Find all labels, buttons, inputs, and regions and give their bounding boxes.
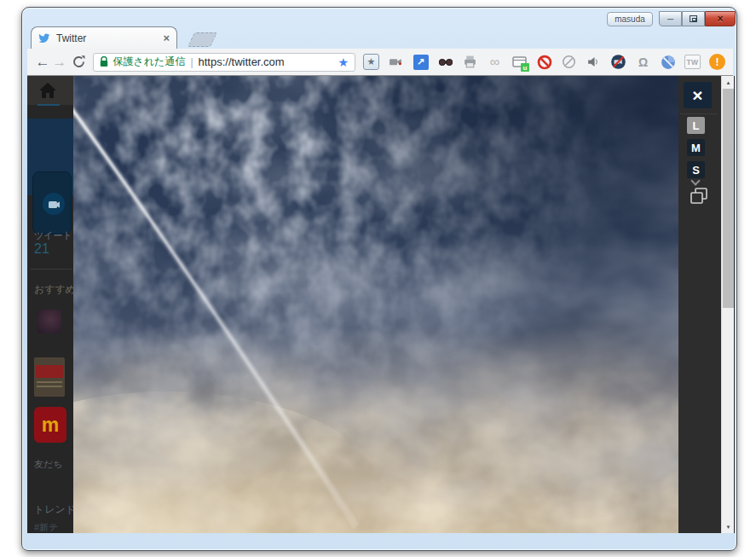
close-window-button[interactable]: × xyxy=(705,11,736,26)
camera-icon xyxy=(49,200,60,208)
lightbox-close-button[interactable]: × xyxy=(684,82,712,108)
avatar-camera-circle xyxy=(43,193,65,215)
extension-row: ★ ↗ ∞ u xyxy=(362,53,726,71)
maximize-button[interactable] xyxy=(682,11,705,26)
ext-session-infinity-icon[interactable]: ∞ xyxy=(486,53,504,71)
nav-active-underline xyxy=(38,104,60,106)
url-text[interactable]: https://twitter.com xyxy=(199,55,285,68)
duplicate-window-icon[interactable] xyxy=(689,187,709,209)
ext-tw-icon[interactable]: TW xyxy=(684,53,701,71)
restore-icon xyxy=(690,15,697,22)
avatar-logo-band xyxy=(36,365,63,378)
ext-share-icon[interactable]: ↗ xyxy=(412,53,430,71)
reload-icon[interactable] xyxy=(72,55,86,69)
trends-label: トレンド xyxy=(34,502,73,517)
tab-twitter[interactable]: Twitter × xyxy=(31,26,177,49)
recommended-label: おすすめ xyxy=(34,282,73,297)
desktop: masuda ─ × Twitter × ← → xyxy=(0,0,756,557)
menu-alert-icon: ! xyxy=(709,54,725,70)
mcdonalds-m-logo: m xyxy=(42,415,59,435)
chrome-menu-button[interactable]: ! xyxy=(708,53,726,71)
speaker-icon[interactable] xyxy=(585,53,603,71)
ext-badge: u xyxy=(521,63,529,72)
ext-webcam-block-icon[interactable] xyxy=(609,53,627,71)
bookmark-star-icon[interactable]: ★ xyxy=(338,55,349,69)
ext-bookmark-star-icon[interactable]: ★ xyxy=(362,53,380,71)
lightbox-photo[interactable] xyxy=(73,76,678,533)
lightbox-sidebar: × L M S xyxy=(678,76,721,533)
address-bar[interactable]: 保護された通信 | https://twitter.com ★ xyxy=(93,53,355,72)
profile-avatar-card[interactable] xyxy=(32,171,72,235)
ext-tab-capture-icon[interactable]: u xyxy=(511,53,528,71)
scroll-down-button[interactable]: ▼ xyxy=(722,520,735,533)
minimize-button[interactable]: ─ xyxy=(659,11,682,26)
trend-hashtag[interactable]: #新テ xyxy=(34,521,58,533)
page-scrollbar[interactable]: ▲ ▼ xyxy=(721,76,734,533)
tweets-label: ツイート xyxy=(34,229,72,242)
avatar-text-line xyxy=(37,386,62,387)
size-medium-button[interactable]: M xyxy=(687,139,705,156)
recommended-avatar-mcdonalds[interactable]: m xyxy=(34,407,66,443)
twitter-favicon xyxy=(38,32,50,44)
browser-window: masuda ─ × Twitter × ← → xyxy=(21,7,737,551)
window-controls: ─ × xyxy=(659,11,736,26)
tweets-count[interactable]: 21 xyxy=(34,241,49,257)
home-icon[interactable] xyxy=(39,83,56,99)
browser-toolbar: ← → 保護された通信 | https://twitter.com ★ xyxy=(27,49,733,76)
avatar-text-line xyxy=(37,381,62,383)
recommended-avatar-1[interactable] xyxy=(38,310,61,334)
tab-close-icon[interactable]: × xyxy=(163,32,170,44)
secure-lock-icon xyxy=(100,56,108,67)
back-icon[interactable]: ← xyxy=(34,54,51,71)
security-label: 保護された通信 xyxy=(113,55,186,69)
ext-camcorder-icon[interactable] xyxy=(387,53,405,71)
ext-pie-block-icon[interactable] xyxy=(659,53,677,71)
tab-strip: Twitter × xyxy=(27,26,733,49)
forward-icon[interactable]: → xyxy=(51,54,68,71)
divider xyxy=(680,113,718,114)
page-content: ツイート 21 おすすめ m 友だち トレンド #新テ xyxy=(27,76,735,533)
scroll-up-button[interactable]: ▲ xyxy=(722,76,735,89)
ext-omega-icon[interactable]: Ω xyxy=(634,53,652,71)
ext-block-icon[interactable] xyxy=(535,53,553,71)
omnibox-divider: | xyxy=(190,56,193,68)
friends-label: 友だち xyxy=(34,458,63,471)
scrollbar-thumb[interactable] xyxy=(723,89,734,308)
profile-badge[interactable]: masuda xyxy=(607,12,653,26)
divider xyxy=(31,269,72,270)
ext-goggles-icon[interactable] xyxy=(436,53,454,71)
ext-dial-slash-icon[interactable] xyxy=(560,53,578,71)
new-tab-button[interactable] xyxy=(188,32,217,47)
tab-title: Twitter xyxy=(56,32,163,44)
recommended-avatar-2[interactable] xyxy=(34,357,65,397)
twitter-topnav xyxy=(27,76,73,105)
ext-print-icon[interactable] xyxy=(461,53,479,71)
size-large-button[interactable]: L xyxy=(687,117,705,134)
twitter-page-strip: ツイート 21 おすすめ m 友だち トレンド #新テ xyxy=(27,76,73,533)
